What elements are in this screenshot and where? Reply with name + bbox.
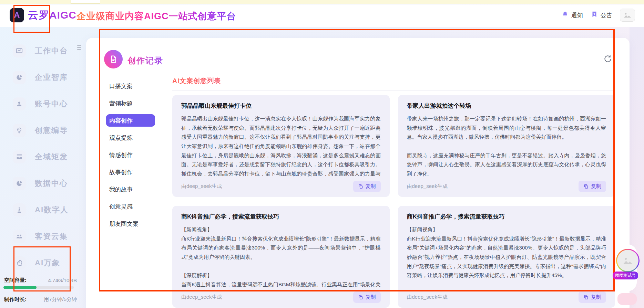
copy-button[interactable]: 复制 [353, 291, 381, 303]
tab-moments-copy[interactable]: 朋友圈文案 [106, 217, 155, 230]
sidebar-item-enterprise-library[interactable]: 企业智库 [0, 70, 84, 85]
card-body: 【新闻视角】 商K行业迎来流量新风口！抖音搜索优化竟成业绩增长"隐形引擎"！最新… [181, 225, 381, 287]
content-card: 带家人出游就拍这个转场 带家人来一场杭州之旅，那一定要记录下这梦幻转场！在如诗如… [398, 95, 615, 197]
sidebar-collapse-icon[interactable] [76, 43, 82, 53]
sidebar-item-customer-cloud[interactable]: 客资云集 [0, 229, 84, 244]
pie-chart-icon [13, 71, 26, 84]
main-panel: 创作记录 口播文案 营销标题 内容创作 观点提炼 情感创作 故事创作 我的故事 … [86, 38, 630, 308]
notifications-button[interactable]: 通知 [561, 11, 583, 20]
generated-by: 由deep_seek生成 [181, 183, 222, 190]
card-body: 【新闻视角】 商K行业迎来流量新风口！抖音搜索优化竟成业绩增长"隐形引擎"！最新… [407, 225, 606, 287]
storage-value: 4.74G/10GB [48, 277, 77, 283]
content-card: 商K抖音推广必学，搜索流量获取技巧 【新闻视角】 商K行业迎来流量新风口！抖音搜… [398, 206, 615, 308]
people-group-icon [13, 230, 26, 243]
storage-progress-fill [3, 286, 37, 289]
generated-by: 由deep_seek生成 [407, 294, 448, 300]
announcements-label: 公告 [601, 11, 612, 19]
sidebar-item-creative-director[interactable]: 创意编导 [0, 123, 84, 138]
user-icon [13, 97, 26, 110]
panel-title: 创作记录 [127, 55, 163, 66]
logo-text: 云罗AIGC [28, 8, 76, 22]
podium-person-icon [13, 203, 26, 216]
sidebar: 工作中台 企业智库 账号中心 创意编导 全域矩发 [0, 27, 84, 282]
divider [172, 90, 615, 91]
chart-icon [13, 44, 26, 57]
avatar-image-placeholder-icon [617, 250, 638, 271]
tab-story-creation[interactable]: 故事创作 [106, 166, 155, 178]
storage-label: 空间容量: [4, 277, 27, 284]
card-body: 带家人来一场杭州之旅，那一定要记录下这梦幻转场！在如诗如画的杭州，西湖宛如一颗璀… [407, 114, 606, 177]
card-title: 商K抖音推广必学，搜索流量获取技巧 [181, 213, 381, 221]
ai-head-icon: AI [13, 256, 26, 269]
cards-grid: 郭晶晶晒山东舰最佳打卡位 郭晶晶晒出山东舰最佳打卡位，这一消息实在令人惊叹！山东… [172, 95, 615, 308]
card-footer: 由deep_seek生成 复制 [181, 291, 381, 303]
copy-button[interactable]: 复制 [353, 181, 381, 192]
app-root: A 云罗AIGC 企业级商业内容AIGC一站式创意平台 通知 公告 [0, 0, 644, 308]
logo-icon: A [10, 8, 24, 22]
submenu: 口播文案 营销标题 内容创作 观点提炼 情感创作 故事创作 我的故事 创意灵感 … [106, 80, 155, 235]
generated-by: 由deep_seek生成 [181, 294, 222, 300]
avatar[interactable] [620, 9, 635, 22]
svg-text:AI: AI [18, 262, 20, 264]
card-title: 带家人出游就拍这个转场 [407, 102, 606, 110]
logo[interactable]: A 云罗AIGC [10, 8, 76, 22]
card-footer: 由deep_seek生成 复制 [407, 181, 606, 192]
notifications-label: 通知 [571, 11, 583, 19]
pie-chart-icon [13, 177, 26, 190]
document-icon [104, 50, 123, 68]
notice-strip-notch [71, 0, 100, 4]
duration-label: 制作时长: [4, 296, 27, 303]
floating-widget-decoration [617, 293, 637, 305]
sidebar-item-omni-distribution[interactable]: 全域矩发 [0, 150, 84, 164]
copy-button[interactable]: 复制 [579, 291, 606, 303]
tab-my-story[interactable]: 我的故事 [106, 183, 155, 195]
page-title: 企业级商业内容AIGC一站式创意平台 [76, 10, 236, 22]
duration-value: 用7分钟/5分钟 [44, 296, 77, 303]
content-card: 郭晶晶晒山东舰最佳打卡位 郭晶晶晒出山东舰最佳打卡位，这一消息实在令人惊叹！山东… [172, 95, 390, 197]
card-title: 郭晶晶晒山东舰最佳打卡位 [181, 102, 381, 110]
card-body: 郭晶晶晒出山东舰最佳打卡位，这一消息实在令人惊叹！山东舰作为我国海军实力的象征，… [181, 114, 381, 177]
content-area: AI文案创意列表 郭晶晶晒山东舰最佳打卡位 郭晶晶晒出山东舰最佳打卡位，这一消息… [172, 76, 615, 308]
bulb-icon [13, 124, 26, 137]
announcements-button[interactable]: 公告 [591, 11, 612, 20]
floating-account-label[interactable]: 团团测试号 [613, 272, 638, 279]
sidebar-item-account-center[interactable]: 账号中心 [0, 97, 84, 111]
card-title: 商K抖音推广必学，搜索流量获取技巧 [407, 213, 606, 221]
card-footer: 由deep_seek生成 复制 [181, 181, 381, 192]
sidebar-item-data-center[interactable]: 数据中心 [0, 176, 84, 191]
inbox-icon [13, 150, 26, 163]
browser-notice-strip [0, 0, 644, 4]
header-actions: 通知 公告 [561, 9, 635, 22]
copy-button[interactable]: 复制 [579, 181, 606, 192]
tab-viewpoint-extraction[interactable]: 观点提炼 [106, 131, 155, 144]
generated-by: 由deep_seek生成 [407, 183, 448, 190]
sidebar-item-ai-universe[interactable]: AI AI万象 [0, 256, 84, 270]
sidebar-item-ai-digital-human[interactable]: AI数字人 [0, 203, 84, 217]
storage-row: 空间容量: 4.74G/10GB [4, 277, 77, 284]
tab-marketing-title[interactable]: 营销标题 [106, 97, 155, 109]
tab-content-creation[interactable]: 内容创作 [106, 114, 155, 127]
tab-koubo-copy[interactable]: 口播文案 [106, 80, 155, 92]
content-card: 商K抖音推广必学，搜索流量获取技巧 【新闻视角】 商K行业迎来流量新风口！抖音搜… [172, 206, 390, 308]
sidebar-item-workbench[interactable]: 工作中台 [0, 44, 84, 58]
tab-creative-inspiration[interactable]: 创意灵感 [106, 200, 155, 213]
floating-account-avatar[interactable] [616, 249, 640, 272]
storage-progress [3, 286, 74, 289]
card-footer: 由deep_seek生成 复制 [407, 291, 606, 303]
header: A 云罗AIGC 企业级商业内容AIGC一站式创意平台 通知 公告 [0, 4, 644, 27]
bookmark-star-icon [591, 11, 598, 20]
refresh-icon[interactable] [603, 54, 612, 65]
list-title: AI文案创意列表 [172, 76, 615, 85]
duration-row: 制作时长: 用7分钟/5分钟 [4, 296, 77, 303]
bell-icon [561, 11, 569, 20]
tab-emotional-creation[interactable]: 情感创作 [106, 149, 155, 161]
